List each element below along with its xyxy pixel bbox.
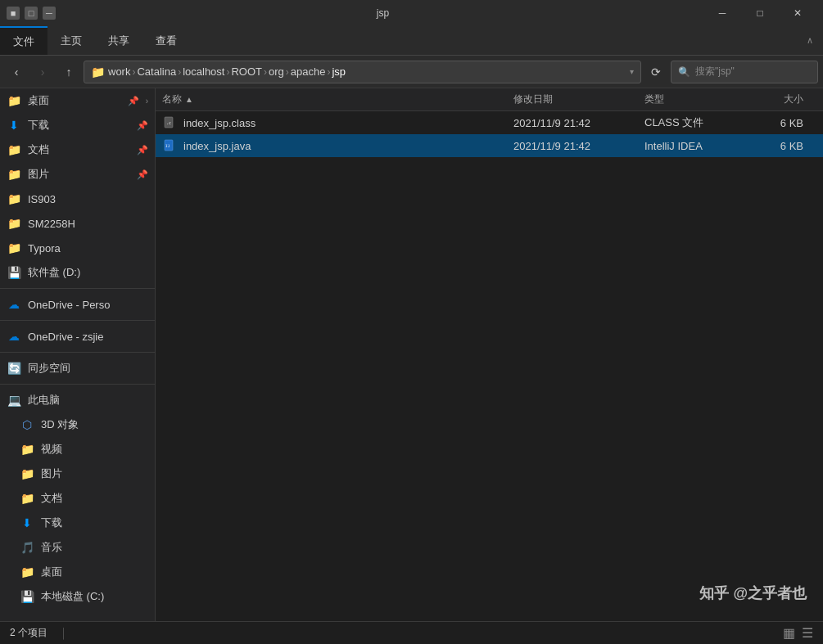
column-header-type[interactable]: 类型 [644,92,751,106]
file-date-cell: 2021/11/9 21:42 [513,140,644,152]
grid-view-button[interactable]: ▦ [783,625,795,641]
file-name-cell: IJ index_jsp.java [162,138,513,153]
sort-arrow: ▲ [185,95,193,104]
forward-button[interactable]: › [31,61,54,83]
table-row[interactable]: IJ index_jsp.java 2021/11/9 21:42 Intell… [156,134,823,157]
sidebar-item-videos[interactable]: 📁 视频 [0,437,155,462]
sidebar-item-label: Typora [28,242,61,254]
address-dropdown-icon[interactable]: ▾ [630,67,634,76]
status-bar: 2 个项目 │ ▦ ☰ [0,621,823,644]
drive-icon: 💾 [20,589,34,604]
back-button[interactable]: ‹ [5,61,28,83]
ribbon: 文件 主页 共享 查看 ∧ [0,26,823,56]
sidebar-item-drive-d[interactable]: 💾 软件盘 (D:) [0,260,155,285]
refresh-button[interactable]: ⟳ [644,61,667,83]
sidebar-item-typora[interactable]: 📁 Typora [0,236,155,260]
folder-icon: 📁 [7,142,21,157]
file-list-header: 名称 ▲ 修改日期 类型 大小 [156,88,823,111]
sidebar-item-sm2258h[interactable]: 📁 SM2258H [0,211,155,236]
sidebar-item-sync[interactable]: 🔄 同步空间 [0,356,155,381]
item-count: 2 个项目 [10,626,47,640]
sidebar-item-label: 图片 [28,167,49,182]
column-header-size[interactable]: 大小 [751,92,816,106]
file-name-cell: .c index_jsp.class [162,115,513,130]
address-parts: work › Catalina › localhost › ROOT › org… [108,65,623,78]
window-title: jsp [62,7,703,19]
sidebar-item-onedrive-pers[interactable]: ☁ OneDrive - Perso [0,292,155,317]
sidebar-item-label: 视频 [41,442,62,457]
main-content: 📁 桌面 📌 › ⬇ 下载 📌 📁 文档 📌 📁 图片 📌 📁 IS903 📁 … [0,88,823,621]
computer-icon: 💻 [7,393,21,408]
address-part-org[interactable]: org [269,65,284,78]
sidebar-item-is903[interactable]: 📁 IS903 [0,187,155,211]
sidebar-item-documents2[interactable]: 📁 文档 [0,486,155,511]
sidebar-item-label: SM2258H [28,218,75,230]
sidebar-item-downloads2[interactable]: ⬇ 下载 [0,511,155,535]
titlebar-menu-icon[interactable]: ■ [7,7,20,20]
sidebar-item-documents[interactable]: 📁 文档 📌 [0,137,155,162]
folder-icon: 📁 [7,241,21,255]
sidebar-item-label: 文档 [41,491,62,506]
address-bar[interactable]: 📁 work › Catalina › localhost › ROOT › o… [84,61,641,83]
file-type-cell: CLASS 文件 [644,115,751,130]
address-part-catalina[interactable]: Catalina [137,65,176,78]
file-date-cell: 2021/11/9 21:42 [513,117,644,129]
search-icon: 🔍 [678,66,690,78]
up-button[interactable]: ↑ [57,61,80,83]
sidebar-item-3d-objects[interactable]: ⬡ 3D 对象 [0,412,155,437]
sidebar-item-pictures[interactable]: 📁 图片 📌 [0,162,155,187]
sidebar-item-pictures2[interactable]: 📁 图片 [0,462,155,486]
table-row[interactable]: .c index_jsp.class 2021/11/9 21:42 CLASS… [156,111,823,134]
search-placeholder: 搜索"jsp" [695,65,735,79]
minimize-button[interactable]: ─ [703,0,741,26]
maximize-button[interactable]: □ [741,0,779,26]
address-part-work[interactable]: work [108,65,130,78]
3d-icon: ⬡ [20,417,34,432]
sidebar-item-onedrive-zsjie[interactable]: ☁ OneDrive - zsjie [0,324,155,349]
music-icon: 🎵 [20,540,34,555]
ribbon-expand-button[interactable]: ∧ [797,26,823,55]
download-icon: ⬇ [20,516,34,530]
download-icon: ⬇ [7,118,21,133]
sidebar: 📁 桌面 📌 › ⬇ 下载 📌 📁 文档 📌 📁 图片 📌 📁 IS903 📁 … [0,88,156,621]
ribbon-tab-file[interactable]: 文件 [0,26,47,55]
sync-icon: 🔄 [7,361,21,376]
ribbon-tab-share[interactable]: 共享 [95,26,142,55]
sidebar-item-label: 同步空间 [28,361,70,376]
address-part-root[interactable]: ROOT [231,65,262,78]
sidebar-item-desktop2[interactable]: 📁 桌面 [0,560,155,584]
address-part-jsp[interactable]: jsp [332,65,346,78]
svg-text:.c: .c [166,120,171,125]
sidebar-item-label: 软件盘 (D:) [28,265,80,280]
sidebar-item-label: 桌面 [28,93,49,108]
sidebar-item-downloads[interactable]: ⬇ 下载 📌 [0,113,155,137]
close-button[interactable]: ✕ [779,0,816,26]
sidebar-item-desktop[interactable]: 📁 桌面 📌 › [0,88,155,113]
address-part-localhost[interactable]: localhost [183,65,224,78]
class-file-icon: .c [162,115,177,130]
folder-icon: 📁 [7,191,21,206]
sidebar-item-label: IS903 [28,193,56,205]
search-box[interactable]: 🔍 搜索"jsp" [671,61,818,83]
titlebar-icon2[interactable]: □ [25,7,38,20]
sidebar-item-this-pc[interactable]: 💻 此电脑 [0,388,155,412]
sidebar-item-music[interactable]: 🎵 音乐 [0,535,155,560]
sidebar-item-label: 音乐 [41,540,62,555]
address-part-apache[interactable]: apache [291,65,326,78]
pin-icon: 📌 [128,96,139,106]
ribbon-tab-view[interactable]: 查看 [142,26,190,55]
address-folder-icon: 📁 [91,65,105,79]
list-view-button[interactable]: ☰ [802,625,813,641]
folder-icon: 📁 [7,167,21,182]
folder-icon: 📁 [7,93,21,108]
onedrive-icon: ☁ [7,297,21,312]
column-header-name[interactable]: 名称 ▲ [162,92,513,106]
sidebar-item-local-disk-c[interactable]: 💾 本地磁盘 (C:) [0,584,155,609]
titlebar-icon3[interactable]: ─ [43,7,56,20]
folder-icon: 📁 [20,565,34,579]
folder-icon: 📁 [7,216,21,231]
column-header-date[interactable]: 修改日期 [513,92,644,106]
ribbon-tab-home[interactable]: 主页 [47,26,95,55]
navigation-bar: ‹ › ↑ 📁 work › Catalina › localhost › RO… [0,56,823,88]
expand-icon: › [146,97,148,106]
